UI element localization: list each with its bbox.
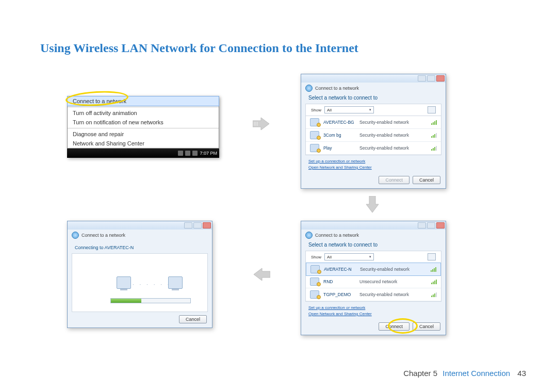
footer-section: Internet Connection [443,369,510,378]
refresh-button[interactable] [428,106,436,113]
chevron-down-icon: ▾ [369,255,371,259]
network-icon [310,290,319,299]
link-open-sharing-center[interactable]: Open Network and Sharing Center [308,165,438,171]
maximize-button[interactable] [427,75,435,81]
titlebar [301,74,446,83]
network-row[interactable]: 3Com bg Security-enabled network [306,129,441,142]
network-desc: Security-enabled network [359,292,427,297]
maximize-button[interactable] [427,222,435,228]
link-setup-connection[interactable]: Set up a connection or network [308,158,438,165]
refresh-button[interactable] [428,253,436,260]
minimize-button[interactable] [418,75,426,81]
back-nav-icon[interactable] [305,85,313,92]
footer-page-number: 43 [517,369,526,378]
network-icon [310,265,320,273]
breadcrumb: Connect to a network [301,230,446,241]
network-name: AVERATEC-N [324,267,356,272]
network-list-container: Show All ▾ AVERATEC-N Security-enabled n… [305,251,441,302]
menu-item-turn-off-animation[interactable]: Turn off activity animation [68,108,219,118]
pc-icon [168,276,183,289]
taskbar: 7:07 PM [67,149,219,158]
menu-item-turn-on-notification[interactable]: Turn on notification of new networks [68,118,219,127]
breadcrumb: Connect to a network [68,230,212,241]
network-row[interactable]: Play Security-enabled network [306,142,441,155]
network-icon [310,118,319,126]
breadcrumb-text: Connect to a network [315,233,359,238]
network-desc: Security-enabled network [359,120,427,125]
tray-context-menu-screenshot: Connect to a network Turn off activity a… [67,96,219,158]
breadcrumb-text: Connect to a network [81,233,125,238]
show-label: Show [311,255,321,259]
show-filter-dropdown[interactable]: All ▾ [324,253,374,260]
pc-icon [117,276,131,289]
titlebar [68,221,212,230]
network-name: 3Com bg [323,133,355,138]
network-desc: Unsecured network [359,279,427,284]
breadcrumb: Connect to a network [301,83,446,94]
arrow-down-icon [365,196,380,214]
connect-button[interactable]: Connect [379,322,409,331]
network-icon [310,277,319,286]
show-filter-value: All [327,108,332,112]
signal-bars-icon [431,292,437,297]
close-button[interactable] [203,222,211,228]
tray-icon[interactable] [178,151,183,156]
breadcrumb-text: Connect to a network [315,86,359,91]
tray-context-menu: Connect to a network Turn off activity a… [67,96,219,149]
connecting-status: Connecting to AVERATEC-N [68,241,212,253]
network-tray-icon[interactable] [185,151,190,156]
network-desc: Security-enabled network [360,267,427,272]
network-row[interactable]: RND Unsecured network [306,275,441,288]
close-button[interactable] [436,75,445,81]
menu-separator [68,128,219,128]
signal-bars-icon [431,145,437,151]
connect-to-network-window-step3: Connect to a network Select a network to… [301,221,446,335]
minimize-button[interactable] [184,222,192,228]
link-open-sharing-center[interactable]: Open Network and Sharing Center [308,311,438,317]
footer-chapter: Chapter 5 [403,369,437,378]
signal-bars-icon [431,267,436,272]
taskbar-clock: 7:07 PM [200,151,217,156]
maximize-button[interactable] [193,222,202,228]
page-footer: Chapter 5 Internet Connection 43 [403,369,526,378]
link-setup-connection[interactable]: Set up a connection or network [308,305,438,311]
cancel-button[interactable]: Cancel [413,176,440,184]
instruction-text: Select a network to connect to [301,94,446,104]
network-row[interactable]: AVERATEC-BG Security-enabled network [306,116,441,129]
progress-bar [110,298,191,303]
arrow-right-icon [253,117,270,131]
volume-tray-icon[interactable] [192,151,198,156]
chevron-down-icon: ▾ [369,108,371,112]
instruction-text: Select a network to connect to [301,241,446,251]
network-icon [310,131,319,139]
network-name: Play [323,145,355,151]
connecting-window-step4: Connect to a network Connecting to AVERA… [67,221,212,328]
close-button[interactable] [436,222,445,228]
arrow-left-icon [253,267,270,282]
network-name: AVERATEC-BG [323,120,355,125]
back-nav-icon[interactable] [72,232,79,239]
network-desc: Security-enabled network [359,145,427,151]
back-nav-icon[interactable] [305,232,313,239]
network-row[interactable]: TGPP_DEMO Security-enabled network [306,288,441,301]
signal-bars-icon [431,120,437,125]
cancel-button[interactable]: Cancel [179,315,207,323]
menu-item-connect-to-network[interactable]: Connect to a network [67,96,219,106]
menu-item-network-sharing-center[interactable]: Network and Sharing Center [68,139,219,148]
show-filter-value: All [327,255,332,259]
progress-fill [111,299,141,303]
network-list-container: Show All ▾ AVERATEC-BG Security-enabled … [305,104,441,155]
signal-bars-icon [431,279,437,284]
network-name: RND [323,279,355,284]
cancel-button[interactable]: Cancel [413,322,440,331]
minimize-button[interactable] [418,222,426,228]
network-row-selected[interactable]: AVERATEC-N Security-enabled network [306,263,441,276]
page-title: Using Wireless LAN Network for Connectio… [40,41,358,55]
show-filter-dropdown[interactable]: All ▾ [324,106,374,113]
connect-button[interactable]: Connect [379,176,409,184]
menu-separator [68,107,219,107]
signal-bars-icon [431,133,437,138]
network-desc: Security-enabled network [359,133,427,138]
network-icon [310,144,319,152]
menu-item-diagnose-repair[interactable]: Diagnose and repair [68,129,219,139]
